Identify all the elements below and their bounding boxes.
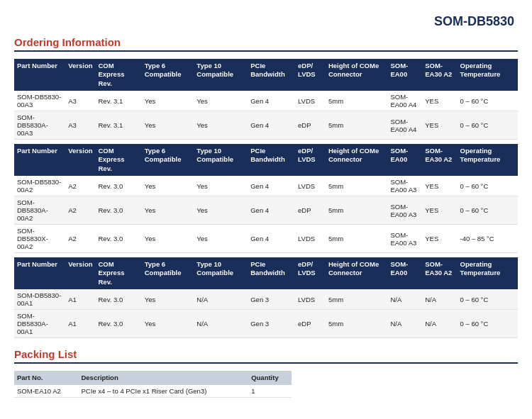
- table-cell: 5mm: [326, 289, 387, 310]
- table-cell: N/A: [387, 310, 422, 338]
- col-type6: Type 6 Compatible: [142, 59, 194, 91]
- sub-header-col-2: COM Express Rev.: [96, 257, 142, 289]
- table-cell: N/A: [194, 289, 248, 310]
- sub-header-col-8: SOM-EA00: [387, 144, 422, 176]
- table-cell: YES: [422, 176, 457, 196]
- table-cell: Yes: [142, 225, 194, 253]
- table-cell: N/A: [422, 289, 457, 310]
- table-cell: Gen 4: [248, 176, 295, 196]
- sub-header-col-1: Version: [65, 257, 95, 289]
- table-cell: Gen 4: [248, 196, 295, 225]
- ordering-section: Ordering Information Part Number Version…: [14, 36, 518, 338]
- table-cell: SOM-DB5830A-00A1: [14, 310, 65, 338]
- table-cell: 5mm: [326, 111, 387, 140]
- table-cell: 0 – 60 °C: [458, 310, 518, 338]
- table-cell: SOM-EA00 A3: [387, 225, 422, 253]
- sub-header-col-5: PCIe Bandwidth: [248, 144, 295, 176]
- table-cell: eDP: [295, 310, 326, 338]
- table-cell: SOM-DB5830-00A1: [14, 289, 65, 310]
- table-cell: SOM-DB5830X-00A2: [14, 225, 65, 253]
- table-cell: A2: [65, 225, 95, 253]
- table-cell: Rev. 3.0: [96, 176, 142, 196]
- table-cell: Gen 4: [248, 225, 295, 253]
- sub-header-col-1: Version: [65, 144, 95, 176]
- table-cell: Yes: [194, 225, 248, 253]
- packing-col-partno: Part No.: [14, 371, 78, 385]
- table-cell: Yes: [194, 196, 248, 225]
- col-com-express: COM Express Rev.: [96, 59, 142, 91]
- table-cell: 5mm: [326, 196, 387, 225]
- table-cell: Yes: [142, 176, 194, 196]
- sub-header-col-3: Type 6 Compatible: [142, 257, 194, 289]
- table-cell: N/A: [194, 310, 248, 338]
- table-cell: LVDS: [295, 289, 326, 310]
- sub-header-col-4: Type 10 Compatible: [194, 144, 248, 176]
- table-row: SOM-DB5830-00A1A1Rev. 3.0YesN/AGen 3LVDS…: [14, 289, 518, 310]
- sub-header-col-8: SOM-EA00: [387, 257, 422, 289]
- col-edp: eDP/ LVDS: [295, 59, 326, 91]
- table-cell: eDP: [295, 196, 326, 225]
- table-cell: LVDS: [295, 176, 326, 196]
- table-cell: Gen 3: [248, 289, 295, 310]
- sub-header-col-6: eDP/ LVDS: [295, 257, 326, 289]
- table-row: SOM-DB5830-00A3A3Rev. 3.1YesYesGen 4LVDS…: [14, 91, 518, 111]
- table-cell: 0 – 60 °C: [458, 196, 518, 225]
- table-cell: A3: [65, 111, 95, 140]
- table-cell: Yes: [194, 91, 248, 111]
- table-cell: A2: [65, 176, 95, 196]
- sub-header-col-10: Operating Temperature: [458, 257, 518, 289]
- table-cell: 0 – 60 °C: [458, 176, 518, 196]
- sub-header-col-0: Part Number: [14, 144, 65, 176]
- table-cell: Gen 3: [248, 310, 295, 338]
- table-cell: Rev. 3.1: [96, 111, 142, 140]
- sub-header-col-0: Part Number: [14, 257, 65, 289]
- table-cell: 5mm: [326, 310, 387, 338]
- table-cell: Yes: [194, 111, 248, 140]
- packing-cell: SOM-EA10 A2: [14, 385, 78, 398]
- table-cell: Rev. 3.1: [96, 91, 142, 111]
- packing-col-qty: Quantity: [248, 371, 291, 385]
- sub-header-col-5: PCIe Bandwidth: [248, 257, 295, 289]
- packing-section-title: Packing List: [14, 348, 518, 364]
- table-cell: SOM-DB5830-00A3: [14, 91, 65, 111]
- sub-header-col-9: SOM-EA30 A2: [422, 144, 457, 176]
- table-cell: Rev. 3.0: [96, 310, 142, 338]
- sub-header-col-4: Type 10 Compatible: [194, 257, 248, 289]
- table-row: SOM-DB5830A-00A3A3Rev. 3.1YesYesGen 4eDP…: [14, 111, 518, 140]
- product-title: SOM-DB5830: [14, 14, 518, 29]
- sub-header-row: Part NumberVersionCOM Express Rev.Type 6…: [14, 144, 518, 176]
- table-cell: SOM-EA00 A4: [387, 111, 422, 140]
- table-row: SOM-DB5830A-00A2A2Rev. 3.0YesYesGen 4eDP…: [14, 196, 518, 225]
- ordering-section-title: Ordering Information: [14, 36, 518, 52]
- col-version: Version: [65, 59, 95, 91]
- table-cell: A3: [65, 91, 95, 111]
- table-cell: YES: [422, 111, 457, 140]
- table-cell: Rev. 3.0: [96, 196, 142, 225]
- table-cell: SOM-EA00 A4: [387, 91, 422, 111]
- table-cell: YES: [422, 91, 457, 111]
- table-cell: LVDS: [295, 225, 326, 253]
- table-cell: -40 – 85 °C: [458, 225, 518, 253]
- col-pcie: PCIe Bandwidth: [248, 59, 295, 91]
- table-cell: Yes: [142, 111, 194, 140]
- packing-section: Packing List Part No. Description Quanti…: [14, 348, 518, 398]
- sub-header-col-10: Operating Temperature: [458, 144, 518, 176]
- packing-row: SOM-EA10 A2PCIe x4 – to 4 PCIe x1 Riser …: [14, 385, 292, 398]
- table-cell: 0 – 60 °C: [458, 91, 518, 111]
- table-cell: A2: [65, 196, 95, 225]
- packing-cell: PCIe x4 – to 4 PCIe x1 Riser Card (Gen3): [78, 385, 248, 398]
- table-row: SOM-DB5830A-00A1A1Rev. 3.0YesN/AGen 3eDP…: [14, 310, 518, 338]
- table-cell: Yes: [142, 310, 194, 338]
- page-wrapper: SOM-DB5830 Ordering Information Part Num…: [0, 0, 532, 419]
- table-cell: Yes: [142, 196, 194, 225]
- table-cell: 5mm: [326, 91, 387, 111]
- table-cell: 5mm: [326, 176, 387, 196]
- table-cell: SOM-EA00 A3: [387, 176, 422, 196]
- sub-header-col-7: Height of COMe Connector: [326, 257, 387, 289]
- table-cell: Yes: [142, 91, 194, 111]
- packing-col-desc: Description: [78, 371, 248, 385]
- col-somea00: SOM-EA00: [387, 59, 422, 91]
- col-somea30: SOM-EA30 A2: [422, 59, 457, 91]
- packing-table: Part No. Description Quantity SOM-EA10 A…: [14, 371, 292, 398]
- sub-header-col-6: eDP/ LVDS: [295, 144, 326, 176]
